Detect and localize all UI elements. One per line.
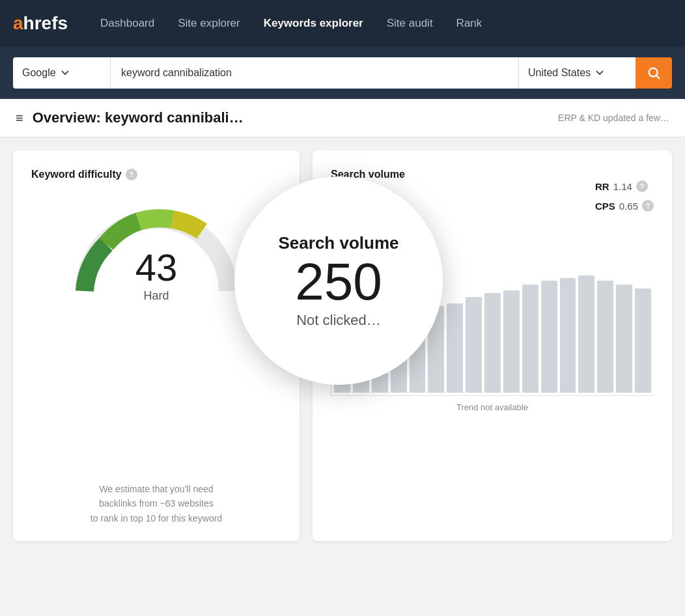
nav-keywords-explorer[interactable]: Keywords explorer — [252, 0, 375, 47]
kd-card-title: Keyword difficulty ? — [31, 169, 281, 180]
engine-dropdown[interactable]: Google — [13, 57, 111, 89]
nav-dashboard[interactable]: Dashboard — [89, 0, 166, 47]
nav-site-explorer[interactable]: Site explorer — [166, 0, 251, 47]
bar — [447, 303, 463, 393]
search-button[interactable] — [636, 57, 672, 89]
bar — [635, 288, 651, 393]
cps-metric: CPS 0.65 ? — [595, 200, 654, 212]
overview-title: Overview: keyword cannibali… — [33, 109, 244, 126]
bar — [616, 285, 632, 393]
overview-header: ≡ Overview: keyword cannibali… ERP & KD … — [0, 99, 685, 137]
svg-point-0 — [649, 68, 658, 77]
overview-title-row: ≡ Overview: keyword cannibali… — [16, 109, 244, 126]
rr-metric: RR 1.14 ? — [595, 180, 648, 192]
tooltip-sublabel: Not clicked… — [296, 312, 381, 329]
cards-area: Keyword difficulty ? — [0, 137, 685, 554]
search-input[interactable] — [121, 67, 508, 79]
bar — [522, 285, 538, 393]
rr-help-icon[interactable]: ? — [636, 180, 648, 192]
nav-rank[interactable]: Rank — [445, 0, 494, 47]
bar — [466, 297, 482, 393]
menu-icon[interactable]: ≡ — [16, 111, 23, 126]
tooltip-value: 250 — [295, 256, 382, 308]
bar — [597, 281, 613, 393]
kd-help-icon[interactable]: ? — [126, 169, 137, 180]
update-notice: ERP & KD updated a few… — [558, 113, 669, 123]
engine-label: Google — [22, 67, 56, 79]
search-volume-tooltip: Search volume 250 Not clicked… — [234, 176, 443, 385]
gauge-value: 43 — [135, 249, 178, 287]
sv-side-metrics: RR 1.14 ? CPS 0.65 ? — [595, 180, 654, 212]
country-label: United States — [528, 67, 591, 79]
bar — [560, 278, 576, 393]
trend-label: Trend not available — [331, 402, 654, 412]
navbar: ahrefs Dashboard Site explorer Keywords … — [0, 0, 685, 47]
tooltip-title: Search volume — [279, 233, 399, 253]
bar — [484, 293, 501, 393]
kd-description: We estimate that you'll need backlinks f… — [31, 482, 281, 525]
bar — [541, 281, 557, 393]
sv-card-title: Search volume — [331, 169, 654, 180]
country-dropdown[interactable]: United States — [518, 57, 636, 89]
rr-value: 1.14 — [613, 181, 632, 192]
cps-label: CPS — [595, 201, 615, 212]
gauge-difficulty-label: Hard — [135, 289, 178, 303]
search-input-wrap — [111, 57, 518, 89]
chevron-down-icon — [61, 70, 69, 76]
logo-hrefs: hrefs — [23, 13, 68, 33]
gauge-center: 43 Hard — [135, 249, 178, 303]
logo[interactable]: ahrefs — [13, 13, 68, 34]
search-bar: Google United States — [0, 47, 685, 99]
cps-value: 0.65 — [619, 201, 638, 212]
cps-help-icon[interactable]: ? — [642, 200, 654, 212]
search-icon — [647, 66, 661, 80]
kd-card: Keyword difficulty ? — [13, 150, 300, 541]
kd-title-text: Keyword difficulty — [31, 169, 122, 180]
bar — [503, 290, 520, 393]
logo-a: a — [13, 13, 23, 33]
svg-line-1 — [656, 76, 660, 79]
bar — [578, 275, 594, 393]
chevron-down-icon-2 — [596, 70, 604, 76]
rr-label: RR — [595, 181, 609, 192]
nav-site-audit[interactable]: Site audit — [375, 0, 445, 47]
page-content: ≡ Overview: keyword cannibali… ERP & KD … — [0, 99, 685, 616]
